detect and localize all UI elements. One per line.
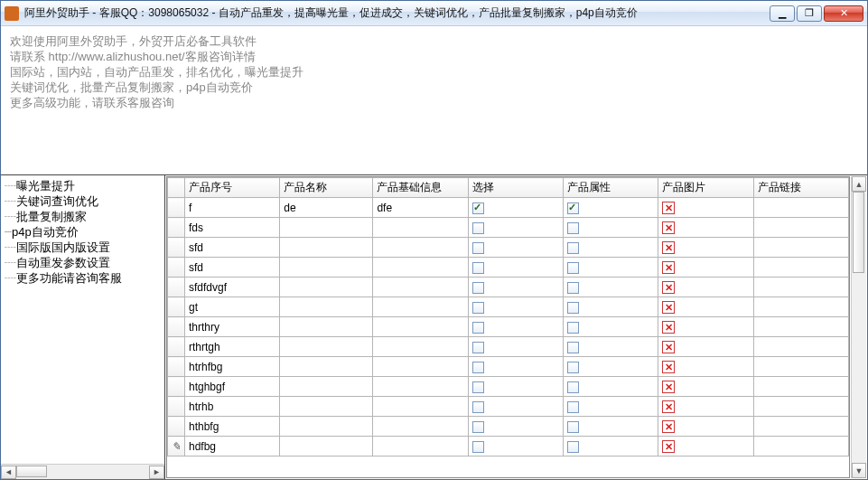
row-header[interactable] <box>168 397 185 417</box>
cell-seq[interactable]: thrthry <box>184 317 279 337</box>
checkbox[interactable] <box>472 262 484 274</box>
cell-name[interactable] <box>280 337 373 357</box>
cell-attr[interactable] <box>564 278 658 297</box>
checkbox[interactable] <box>472 362 484 373</box>
cell-image[interactable] <box>658 258 753 278</box>
sidebar-item-auto-repost[interactable]: 自动重发参数设置 <box>3 255 163 270</box>
checkbox[interactable] <box>472 381 484 393</box>
cell-select[interactable] <box>468 397 563 417</box>
cell-seq[interactable]: fds <box>184 218 279 238</box>
cell-name[interactable] <box>280 218 373 238</box>
table-row[interactable]: sfd <box>168 258 849 278</box>
cell-image[interactable] <box>658 218 753 238</box>
cell-select[interactable] <box>468 437 563 456</box>
missing-image-icon[interactable] <box>662 321 675 334</box>
checkbox[interactable] <box>472 222 484 234</box>
scroll-right-icon[interactable]: ► <box>149 466 164 479</box>
cell-image[interactable] <box>658 278 753 297</box>
cell-image[interactable] <box>658 198 753 218</box>
cell-link[interactable] <box>753 198 848 218</box>
cell-link[interactable] <box>753 417 848 437</box>
missing-image-icon[interactable] <box>662 221 675 234</box>
missing-image-icon[interactable] <box>662 241 675 254</box>
cell-image[interactable] <box>658 417 753 437</box>
checkbox[interactable] <box>567 282 579 294</box>
row-header[interactable] <box>168 258 185 278</box>
col-img[interactable]: 产品图片 <box>658 178 753 198</box>
cell-select[interactable] <box>468 317 563 337</box>
cell-select[interactable] <box>468 417 563 437</box>
row-header[interactable] <box>168 377 185 397</box>
cell-seq[interactable]: sfd <box>184 238 279 258</box>
col-info[interactable]: 产品基础信息 <box>373 178 468 198</box>
cell-select[interactable] <box>468 218 563 238</box>
cell-seq[interactable]: gt <box>184 297 279 317</box>
cell-link[interactable] <box>753 297 848 317</box>
table-row[interactable]: fdedfe <box>168 198 849 218</box>
minimize-button[interactable]: ▁ <box>770 5 795 22</box>
checkbox[interactable] <box>567 401 579 413</box>
cell-attr[interactable] <box>564 258 658 278</box>
table-row[interactable]: hthbfg <box>168 417 849 437</box>
cell-info[interactable] <box>373 437 468 456</box>
col-link[interactable]: 产品链接 <box>753 178 848 198</box>
cell-attr[interactable] <box>564 198 658 218</box>
cell-attr[interactable] <box>564 357 658 377</box>
cell-link[interactable] <box>753 437 848 456</box>
cell-name[interactable] <box>280 357 373 377</box>
cell-link[interactable] <box>753 218 848 238</box>
table-row[interactable]: htrhb <box>168 397 849 417</box>
cell-name[interactable]: de <box>280 198 373 218</box>
cell-link[interactable] <box>753 337 848 357</box>
cell-name[interactable] <box>280 258 373 278</box>
cell-image[interactable] <box>658 357 753 377</box>
maximize-button[interactable]: ❐ <box>797 5 822 22</box>
cell-seq[interactable]: f <box>184 198 279 218</box>
cell-info[interactable] <box>373 337 468 357</box>
row-header[interactable] <box>168 357 185 377</box>
cell-attr[interactable] <box>564 297 658 317</box>
checkbox[interactable] <box>567 381 579 393</box>
checkbox[interactable] <box>567 302 579 314</box>
checkbox[interactable] <box>567 342 579 353</box>
checkbox[interactable] <box>472 322 484 334</box>
checkbox[interactable] <box>567 262 579 274</box>
titlebar[interactable]: 阿里外贸助手 - 客服QQ：3098065032 - 自动产品重发，提高曝光量，… <box>1 1 867 26</box>
cell-image[interactable] <box>658 317 753 337</box>
cell-attr[interactable] <box>564 317 658 337</box>
table-row[interactable]: htghbgf <box>168 377 849 397</box>
cell-name[interactable] <box>280 437 373 456</box>
missing-image-icon[interactable] <box>662 400 675 413</box>
cell-select[interactable] <box>468 377 563 397</box>
cell-attr[interactable] <box>564 377 658 397</box>
missing-image-icon[interactable] <box>662 420 675 433</box>
table-row[interactable]: rthrtgh <box>168 337 849 357</box>
col-attr[interactable]: 产品属性 <box>564 178 658 198</box>
sidebar-item-intl-domestic[interactable]: 国际版国内版设置 <box>3 240 163 255</box>
cell-attr[interactable] <box>564 397 658 417</box>
cell-image[interactable] <box>658 297 753 317</box>
missing-image-icon[interactable] <box>662 261 675 274</box>
cell-name[interactable] <box>280 238 373 258</box>
cell-image[interactable] <box>658 437 753 456</box>
grid-vscrollbar[interactable]: ▲ ▼ <box>851 176 866 478</box>
cell-info[interactable] <box>373 218 468 238</box>
cell-select[interactable] <box>468 238 563 258</box>
cell-seq[interactable]: rthrtgh <box>184 337 279 357</box>
table-row[interactable]: fds <box>168 218 849 238</box>
checkbox[interactable] <box>472 202 484 214</box>
scroll-thumb[interactable] <box>16 466 47 477</box>
missing-image-icon[interactable] <box>662 341 675 353</box>
scroll-left-icon[interactable]: ◄ <box>1 466 16 479</box>
checkbox[interactable] <box>472 282 484 294</box>
cell-attr[interactable] <box>564 417 658 437</box>
cell-select[interactable] <box>468 258 563 278</box>
scroll-up-icon[interactable]: ▲ <box>852 176 866 192</box>
cell-info[interactable] <box>373 238 468 258</box>
cell-image[interactable] <box>658 397 753 417</box>
table-row[interactable]: thrthry <box>168 317 849 337</box>
row-header[interactable] <box>168 238 185 258</box>
scroll-down-icon[interactable]: ▼ <box>852 463 866 478</box>
cell-attr[interactable] <box>564 238 658 258</box>
checkbox[interactable] <box>567 362 579 373</box>
